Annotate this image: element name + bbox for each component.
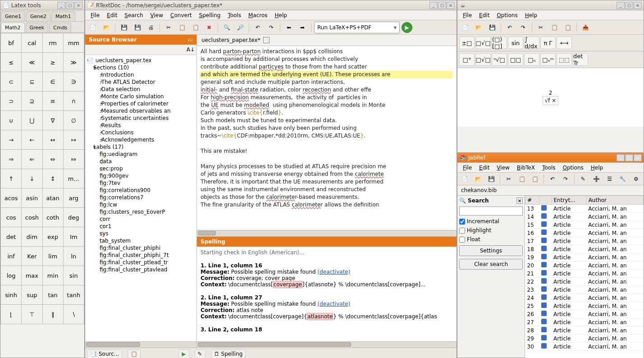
symbol-cell[interactable]: ∪ (1, 111, 21, 130)
menu-bibtex[interactable]: BibTeX (513, 164, 539, 172)
sort-icon[interactable]: A↓ (187, 46, 195, 53)
tree-node[interactable]: fig:correlations900 (87, 187, 195, 194)
edit-icon[interactable]: ✎ (577, 173, 589, 185)
tree-node[interactable]: .Properties of calorimeter (87, 100, 195, 107)
symbol-cell[interactable]: ∩ (64, 92, 84, 110)
menu-tools[interactable]: Tools (224, 11, 245, 19)
table-row[interactable]: 22ArticleAcciarri, M. an (525, 278, 644, 286)
symbol-cell[interactable]: Ker (22, 247, 42, 266)
symbol-cell[interactable]: min (43, 266, 63, 285)
tree-node[interactable]: corr (87, 216, 195, 223)
table-row[interactable]: 25ArticleAcciarri, M. an (525, 302, 644, 310)
menu-edit[interactable]: Edit (103, 11, 121, 19)
symbol-cell[interactable]: log (1, 266, 21, 285)
symbol-cell[interactable]: ∋ (64, 72, 84, 91)
cut-icon[interactable]: ✂ (535, 22, 547, 33)
symbol-cell[interactable]: ≫ (64, 53, 84, 72)
symbol-cell[interactable]: ≪ (22, 53, 42, 72)
symbol-cell[interactable]: cal (22, 33, 42, 52)
h-scrollbar[interactable] (197, 230, 457, 236)
table-row[interactable]: 21ArticleAcciarri, M. an (525, 270, 644, 278)
source-tree[interactable]: 📄 ueclusters_paper.texSections (10).Intr… (85, 55, 196, 341)
menu-view[interactable]: View (147, 11, 167, 19)
menu-macros[interactable]: Macros (245, 11, 271, 19)
table-row[interactable]: 30ArticleAcciarri, M. an (525, 343, 644, 351)
tab-gene1[interactable]: Gene1 (1, 11, 25, 21)
settings-icon[interactable]: ⚙ (630, 173, 642, 185)
symbol-cell[interactable]: cos (1, 208, 21, 227)
tree-node[interactable]: .Introduction (87, 71, 195, 78)
symbol-cell[interactable]: ∥ (43, 305, 63, 324)
table-row[interactable]: 14ArticleAcciarri, M. an (525, 213, 644, 221)
undo-icon[interactable]: ↶ (252, 22, 264, 33)
close-search-icon[interactable]: × (516, 197, 523, 204)
bottom-tab-source[interactable]: 📑 Sourc... (87, 349, 122, 358)
formula-button[interactable]: □ₙ (524, 53, 539, 66)
symbol-cell[interactable]: ⋃ (22, 111, 42, 130)
clear-search-button[interactable]: Clear search (459, 259, 523, 270)
minimize-button[interactable]: _ (429, 2, 438, 9)
paste-icon[interactable]: 📋 (530, 173, 541, 185)
table-row[interactable]: 28ArticleAcciarri, M. an (525, 326, 644, 335)
tree-node[interactable]: fig:lcw (87, 201, 195, 208)
formula-button[interactable]: ⬚⬚ (557, 53, 572, 66)
menu-help[interactable]: Help (271, 11, 291, 19)
menu-edit[interactable]: Edit (475, 11, 493, 19)
delete-icon[interactable]: ✖ (203, 22, 215, 33)
symbol-cell[interactable]: ∖ (64, 305, 84, 324)
menu-options[interactable]: Options (493, 11, 521, 19)
copy-icon[interactable]: 📋 (516, 173, 528, 185)
symbol-cell[interactable]: lim (43, 247, 63, 266)
symbol-cell[interactable]: → (1, 130, 21, 149)
tree-node[interactable]: fig:7tev (87, 179, 195, 187)
symbol-cell[interactable]: ln (64, 247, 84, 266)
cut-icon[interactable]: ✂ (503, 173, 514, 185)
bottom-tab-edit[interactable]: ✎ (195, 349, 206, 358)
table-row[interactable]: 26ArticleAcciarri, M. an (525, 310, 644, 318)
maximize-button[interactable]: ▢ (625, 2, 633, 9)
deactivate-link[interactable]: (deactivate) (318, 301, 351, 307)
symbol-cell[interactable]: m... (64, 169, 84, 188)
symbol-cell[interactable]: max (22, 266, 42, 285)
maximize-button[interactable]: ▢ (66, 2, 74, 9)
symbol-cell[interactable]: ↦ (64, 130, 84, 149)
save-icon[interactable]: 💾 (486, 173, 497, 185)
table-row[interactable]: 27ArticleAcciarri, M. an (525, 318, 644, 326)
run-button[interactable]: ▶ (402, 22, 412, 33)
tree-node[interactable]: .Systematic uncertainties (87, 115, 195, 122)
close-button[interactable]: × (634, 2, 642, 9)
symbol-cell[interactable]: inf (1, 247, 21, 266)
jabref-titlebar[interactable]: 📚 JabRef _ ▢ × (457, 153, 644, 163)
bib-file-tab[interactable]: chekanov.bib (457, 185, 644, 196)
tree-node[interactable]: sys (87, 230, 195, 237)
minimize-button[interactable]: _ (57, 2, 65, 9)
table-row[interactable]: 19ArticleAcciarri, M. an (525, 253, 644, 262)
symbol-cell[interactable]: ∅ (64, 111, 84, 130)
back-icon[interactable]: ⬅ (283, 22, 295, 33)
tree-node[interactable]: .Data selection (87, 86, 195, 93)
symbol-cell[interactable]: ⊤ (22, 305, 42, 324)
close-button[interactable]: × (634, 154, 642, 161)
menu-view[interactable]: View (493, 164, 513, 172)
h-scrollbar[interactable] (85, 341, 196, 348)
find-next-icon[interactable]: 🔎 (234, 22, 246, 33)
symbol-cell[interactable]: sin (64, 266, 84, 285)
redo-icon[interactable]: ↷ (517, 22, 529, 33)
table-row[interactable]: 20ArticleAcciarri, M. an (525, 262, 644, 270)
close-button[interactable]: × (74, 2, 82, 9)
open-icon[interactable]: 📂 (100, 22, 112, 33)
open-icon[interactable]: 📂 (473, 22, 484, 33)
search-input[interactable] (459, 207, 523, 216)
open-icon[interactable]: 📂 (472, 173, 484, 185)
tab-math1[interactable]: Math1 (51, 11, 75, 21)
print-icon[interactable]: 🖨 (145, 22, 157, 33)
settings-button[interactable]: Settings (459, 245, 523, 256)
symbol-cell[interactable]: ↑ (1, 169, 21, 188)
formula-button[interactable]: □√□ (475, 37, 491, 49)
symbol-cell[interactable]: det (1, 227, 21, 246)
table-row[interactable]: 23ArticleAcciarri, M. an (525, 286, 644, 294)
symbol-cell[interactable]: tan (43, 285, 63, 304)
save-all-icon[interactable]: 💾 (132, 22, 143, 33)
symbol-cell[interactable]: atan (43, 188, 63, 207)
column-header[interactable]: Entryt... (552, 196, 586, 205)
